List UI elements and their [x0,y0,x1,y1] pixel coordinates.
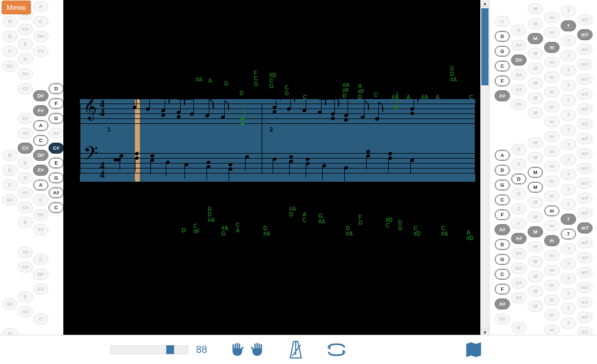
key-asharp[interactable]: A# [18,128,33,139]
key-7[interactable]: 7 [561,35,576,46]
key-m7[interactable]: m7 [577,104,593,115]
key-m7[interactable]: m7 [577,118,593,129]
key-7[interactable]: 7 [561,6,576,17]
key-m[interactable]: M [528,93,543,104]
key-m[interactable]: m [544,205,560,216]
key-m7[interactable]: m7 [577,282,593,293]
key-d[interactable]: D [495,165,510,176]
key-a[interactable]: A [511,159,527,170]
key-m[interactable]: M [528,167,543,178]
key-csharp[interactable]: C# [18,83,33,94]
key-fsharp[interactable]: F# [33,105,48,116]
key-m[interactable]: m [544,42,560,53]
key-c[interactable]: C [511,203,527,214]
key-a[interactable]: A [33,1,48,12]
key-csharp[interactable]: C# [511,278,527,289]
key-f[interactable]: F [495,75,510,86]
key-m[interactable]: M [528,78,543,89]
key-d[interactable]: D [2,31,18,42]
key-c[interactable]: C [495,269,510,280]
key-m[interactable]: m [544,235,560,246]
key-7[interactable]: 7 [561,124,576,135]
key-m[interactable]: M [528,48,543,59]
key-7[interactable]: 7 [561,229,576,240]
key-fsharp[interactable]: F# [511,99,527,110]
key-m7[interactable]: m7 [577,74,593,85]
key-m[interactable]: m [544,324,560,335]
key-d[interactable]: D [495,239,510,250]
key-7[interactable]: 7 [561,243,576,254]
key-m[interactable]: m [544,131,560,142]
key-dsharp[interactable]: D# [33,269,48,280]
key-m7[interactable]: m7 [577,312,593,323]
key-7[interactable]: 7 [561,199,576,210]
key-m[interactable]: M [528,137,543,148]
key-m[interactable]: M [528,211,543,222]
key-c[interactable]: C [495,194,510,205]
key-csharp[interactable]: C# [18,262,33,273]
key-m7[interactable]: m7 [577,44,593,55]
key-e[interactable]: E [511,322,527,333]
key-7[interactable]: 7 [561,184,576,195]
key-dsharp[interactable]: D# [511,55,527,66]
key-e[interactable]: E [18,217,33,228]
menu-button[interactable]: Меню [2,1,31,14]
key-m[interactable]: m [544,176,560,187]
key-csharp[interactable]: C# [18,202,33,213]
metronome-toggle[interactable] [287,339,304,361]
key-7[interactable]: 7 [561,95,576,106]
key-g[interactable]: G [495,254,510,265]
key-m[interactable]: m [544,116,560,127]
key-c[interactable]: C [33,254,48,265]
key-7[interactable]: 7 [561,65,576,76]
key-m[interactable]: m [544,280,560,291]
key-m[interactable]: M [528,18,543,29]
key-asharp[interactable]: A# [495,224,510,235]
key-m[interactable]: m [544,101,560,112]
key-7[interactable]: 7 [561,20,576,31]
key-m[interactable]: m [544,250,560,261]
key-m7[interactable]: m7 [577,59,593,70]
key-e[interactable]: E [18,39,33,50]
key-d[interactable]: D [495,31,510,42]
key-dsharp[interactable]: D# [495,313,510,324]
key-a[interactable]: A [495,150,510,161]
key-dsharp[interactable]: D# [33,31,48,42]
key-dsharp[interactable]: D# [33,90,48,101]
key-7[interactable]: 7 [561,318,576,329]
key-gsharp[interactable]: G# [2,298,18,309]
key-7[interactable]: 7 [561,139,576,150]
key-m[interactable]: M [528,3,543,14]
key-g[interactable]: G [18,53,33,64]
key-7[interactable]: 7 [561,303,576,314]
key-f[interactable]: F [511,218,527,229]
key-m7[interactable]: m7 [577,193,593,204]
key-m7[interactable]: m7 [577,237,593,248]
key-gsharp[interactable]: G# [2,61,18,72]
key-m7[interactable]: m7 [577,208,593,219]
key-b[interactable]: B [2,150,18,161]
playback-cursor[interactable] [135,99,140,182]
key-asharp[interactable]: A# [18,247,33,258]
key-csharp[interactable]: C# [18,24,33,35]
key-csharp[interactable]: C# [511,84,527,95]
key-f[interactable]: F [495,284,510,295]
key-a[interactable]: A [33,180,48,191]
key-fsharp[interactable]: F# [511,292,527,303]
key-7[interactable]: 7 [561,288,576,299]
key-e[interactable]: E [511,144,527,155]
key-g[interactable]: G [495,46,510,57]
key-g[interactable]: G [495,180,510,191]
key-m[interactable]: M [528,256,543,267]
key-f[interactable]: F [511,25,527,36]
key-asharp[interactable]: A# [495,298,510,309]
key-m[interactable]: m [544,309,560,320]
vertical-scrollbar[interactable] [480,0,489,335]
key-b[interactable]: B [2,16,18,27]
key-m[interactable]: m [544,72,560,83]
key-e[interactable]: E [18,291,33,302]
key-m[interactable]: m [544,86,560,97]
key-m7[interactable]: m7 [577,163,593,174]
key-m[interactable]: M [528,107,543,118]
key-m[interactable]: m [544,27,560,38]
